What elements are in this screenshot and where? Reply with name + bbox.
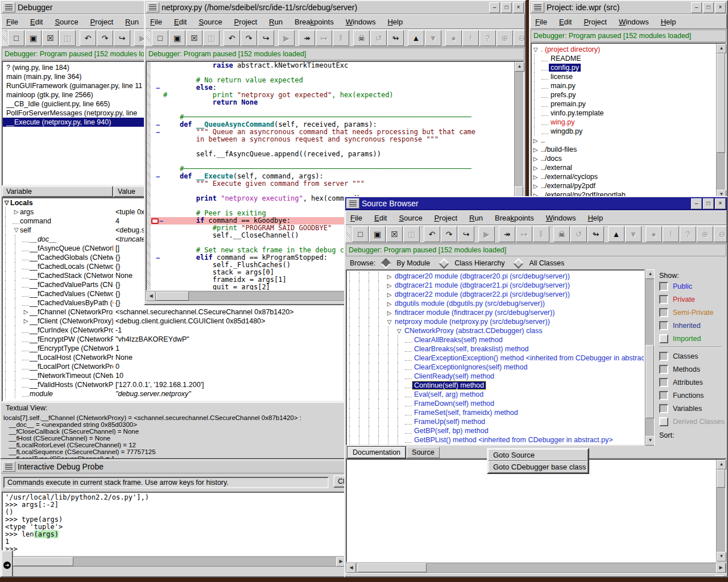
save-file-button[interactable]: ◫	[203, 30, 220, 46]
menu-edit[interactable]: Edit	[30, 18, 43, 26]
tab-source[interactable]: Source	[407, 447, 440, 458]
window-menu-icon[interactable]	[2, 462, 15, 472]
class-hierarchy-label[interactable]: Class Hierarchy	[454, 259, 504, 267]
browser-tree-item[interactable]: ▷dbgutils module (dbgutils.py (src/debug…	[347, 299, 644, 308]
scroll-left-icon[interactable]: ◀	[346, 563, 356, 573]
maximize-icon[interactable]: □	[501, 2, 512, 13]
goto-line-button[interactable]: ↪	[258, 30, 274, 46]
window-menu-icon[interactable]	[346, 198, 359, 209]
expand-up-icon[interactable]: ▲	[715, 575, 725, 578]
step-over-button[interactable]: ↠	[499, 226, 515, 242]
tree-collapsed-icon[interactable]: ▷	[532, 174, 539, 180]
menu-project[interactable]: Project	[435, 214, 458, 222]
browser-tree-item[interactable]: ▷findtracer module (findtracer.py (src/d…	[347, 308, 644, 317]
tree-collapsed-icon[interactable]: ▷	[532, 165, 539, 171]
browser-tree-item[interactable]: FrameSet(self, frameidx) method	[347, 408, 644, 417]
kill-debug-button[interactable]: ☠	[353, 30, 370, 46]
menu-file[interactable]: File	[350, 214, 362, 222]
tree-collapsed-icon[interactable]: ▷	[13, 207, 20, 217]
window-menu-icon[interactable]	[146, 2, 159, 13]
save-file-button[interactable]: ◫	[59, 30, 76, 46]
fold-marker[interactable]: −	[156, 122, 160, 128]
radio-by-module[interactable]	[380, 258, 391, 268]
project-tree-item[interactable]: ▷../docs	[532, 154, 716, 163]
browser-tree-item[interactable]: ▷dbgtracer22 module (dbgtracer22.pi (src…	[347, 290, 644, 299]
project-tree-item[interactable]: ▷..	[532, 136, 716, 145]
tree-expanded-icon[interactable]: ▽	[395, 328, 403, 334]
variables-checkbox[interactable]	[659, 404, 668, 413]
all-classes-label[interactable]: All Classes	[529, 259, 564, 267]
menu-windows[interactable]: Windows	[619, 18, 649, 26]
step-into-button[interactable]: ↦	[516, 226, 532, 242]
toolbar-grip[interactable]	[146, 31, 150, 45]
fold-marker[interactable]: −	[156, 174, 160, 180]
variable-row[interactable]: __fLocalHost (CNetworkProxy)None	[3, 353, 343, 362]
enable-breakpoint-button[interactable]: ⊕	[697, 226, 713, 242]
tree-collapsed-icon[interactable]: ▷	[532, 183, 539, 189]
scroll-left-icon[interactable]: ◀	[146, 292, 156, 301]
menu-edit[interactable]: Edit	[559, 18, 572, 26]
tree-collapsed-icon[interactable]: ▷	[386, 282, 393, 289]
breakpoint-icon[interactable]	[151, 218, 159, 224]
fold-marker[interactable]: −	[159, 218, 163, 224]
project-tree-item[interactable]: main.py	[532, 81, 716, 90]
scroll-thumb[interactable]	[357, 563, 427, 572]
frame-up-button[interactable]: ▲	[408, 30, 424, 46]
step-into-button[interactable]: ↦	[316, 30, 332, 46]
project-tree-item[interactable]: wing.py	[532, 118, 716, 127]
variable-row[interactable]: __fEncryptPW (CNetworkProxy)"vh4IzzBAKOR…	[3, 335, 343, 344]
step-over-button[interactable]: ↠	[299, 30, 315, 46]
project-tree-item[interactable]: ▷../external/cyclops	[532, 172, 716, 181]
derived-classes-checkbox[interactable]	[659, 417, 668, 426]
frame-down-button[interactable]: ▼	[625, 226, 642, 242]
exception-breakpoint-button[interactable]: !	[462, 30, 479, 46]
conditional-breakpoint-button[interactable]: ?	[680, 226, 696, 242]
tree-collapsed-icon[interactable]: ▷	[22, 307, 30, 317]
documentation-vscrollbar[interactable]: ▲ ▼	[716, 460, 725, 562]
pause-button[interactable]: ‖	[533, 226, 549, 242]
documentation-pane[interactable]	[347, 460, 716, 562]
step-out-button[interactable]: ↬	[588, 226, 604, 242]
browser-tree-item[interactable]: GetBP(self, bp) method	[347, 426, 644, 435]
scroll-thumb[interactable]	[717, 469, 725, 488]
classes-checkbox[interactable]	[659, 352, 668, 361]
radio-all-classes[interactable]	[514, 258, 524, 268]
browser-tree-item[interactable]: ▽CNetworkProxy (abstract.CDebugger) clas…	[347, 326, 644, 335]
toolbar-grip[interactable]	[346, 227, 350, 242]
menu-edit[interactable]: Edit	[174, 18, 187, 26]
browser-tree-item[interactable]: FrameDown(self) method	[347, 399, 644, 408]
menu-goto-source[interactable]: Goto Source	[488, 449, 588, 461]
tree-expanded-icon[interactable]: ▽	[3, 198, 10, 207]
step-out-button[interactable]: ↬	[387, 30, 404, 46]
restart-debug-button[interactable]: ↺	[370, 30, 387, 46]
minimize-icon[interactable]: –	[691, 2, 702, 13]
frame-up-button[interactable]: ▲	[608, 226, 624, 242]
menu-project[interactable]: Project	[584, 18, 607, 26]
toolbar-grip[interactable]	[2, 31, 6, 45]
project-tree-item[interactable]: wingdb.py	[532, 127, 716, 136]
tree-collapsed-icon[interactable]: ▷	[532, 147, 539, 153]
menu-project[interactable]: Project	[90, 18, 114, 26]
scroll-thumb[interactable]	[13, 557, 73, 566]
tree-expanded-icon[interactable]: ▽	[13, 226, 20, 235]
variable-row[interactable]: __fCurIndex (CNetworkProxy)-1	[3, 326, 343, 335]
goto-line-button[interactable]: ↪	[458, 226, 474, 242]
module-tree[interactable]: ▷dbgtracer20 module (dbgtracer20.pi (src…	[346, 269, 645, 446]
close-file-button[interactable]: ☒	[186, 30, 202, 46]
new-file-button[interactable]: □	[8, 30, 24, 46]
variable-row[interactable]: ▷__fChannel (CNetworkProxy)<schannel.sec…	[3, 307, 343, 317]
radio-class-hierarchy[interactable]	[439, 258, 449, 268]
close-icon[interactable]: ×	[715, 198, 726, 209]
imported-checkbox[interactable]	[659, 334, 668, 343]
variable-row[interactable]: module"debug.server.netproxy"	[3, 389, 343, 398]
browser-tree-item[interactable]: ClientReady(self) method	[347, 372, 644, 381]
frame-down-button[interactable]: ▼	[425, 30, 441, 46]
tree-collapsed-icon[interactable]: ▷	[532, 138, 539, 144]
browser-hscrollbar[interactable]: ◀ ▶	[346, 563, 726, 573]
tree-collapsed-icon[interactable]: ▷	[386, 273, 393, 280]
menu-run[interactable]: Run	[469, 214, 483, 222]
undo-button[interactable]: ↶	[80, 30, 96, 46]
project-tree-item[interactable]: prefs.py	[532, 90, 716, 99]
project-vscrollbar[interactable]: ▲ ▼	[716, 44, 725, 197]
probe-titlebar[interactable]: Interactive Debug Probe	[1, 460, 347, 473]
